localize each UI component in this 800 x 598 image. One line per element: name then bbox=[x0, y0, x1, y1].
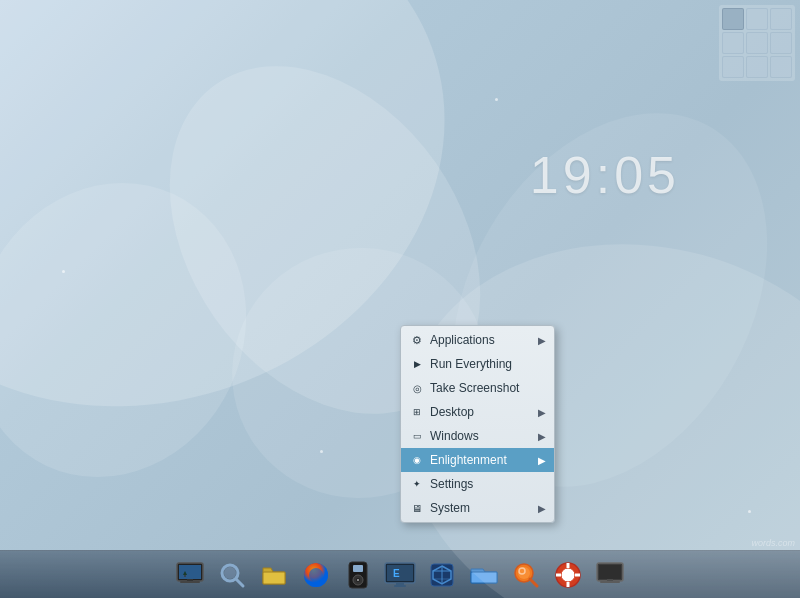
pager-cell-6[interactable] bbox=[722, 56, 744, 78]
svg-line-7 bbox=[236, 579, 243, 586]
svg-rect-41 bbox=[600, 581, 620, 583]
svg-rect-1 bbox=[179, 565, 201, 579]
sparkle-2 bbox=[62, 270, 65, 273]
svg-rect-19 bbox=[396, 583, 404, 585]
svg-point-29 bbox=[518, 567, 530, 579]
svg-point-33 bbox=[561, 568, 575, 582]
applications-arrow: ▶ bbox=[538, 335, 546, 346]
take-screenshot-icon: ◎ bbox=[409, 380, 425, 396]
svg-text:E: E bbox=[393, 568, 400, 579]
svg-point-6 bbox=[224, 567, 236, 579]
menu-item-run-everything[interactable]: ▶ Run Everything bbox=[401, 352, 554, 376]
desktop-icon: ⊞ bbox=[409, 404, 425, 420]
windows-label: Windows bbox=[430, 429, 534, 443]
svg-rect-2 bbox=[185, 575, 186, 577]
clock-display: 19:05 bbox=[530, 145, 680, 205]
menu-item-windows[interactable]: ▭ Windows ▶ bbox=[401, 424, 554, 448]
svg-point-34 bbox=[561, 568, 575, 582]
taskbar-music[interactable] bbox=[339, 556, 377, 594]
taskbar-virtualbox[interactable] bbox=[423, 556, 461, 594]
menu-item-take-screenshot[interactable]: ◎ Take Screenshot bbox=[401, 376, 554, 400]
svg-rect-15 bbox=[353, 565, 363, 572]
svg-point-28 bbox=[515, 564, 533, 582]
svg-rect-18 bbox=[387, 565, 413, 581]
menu-item-settings[interactable]: ✦ Settings bbox=[401, 472, 554, 496]
taskbar-firefox[interactable] bbox=[297, 556, 335, 594]
settings-icon: ✦ bbox=[409, 476, 425, 492]
menu-item-applications[interactable]: ⚙ Applications ▶ bbox=[401, 328, 554, 352]
context-menu: ⚙ Applications ▶ ▶ Run Everything ◎ Take… bbox=[400, 325, 555, 523]
pager-cell-2[interactable] bbox=[770, 8, 792, 30]
taskbar-screen[interactable]: E bbox=[381, 556, 419, 594]
svg-point-31 bbox=[519, 568, 525, 574]
enlightenment-icon: ◉ bbox=[409, 452, 425, 468]
svg-rect-20 bbox=[394, 585, 406, 587]
svg-point-11 bbox=[309, 568, 323, 582]
run-everything-label: Run Everything bbox=[430, 357, 546, 371]
menu-item-system[interactable]: 🖥 System ▶ bbox=[401, 496, 554, 520]
taskbar-help[interactable] bbox=[549, 556, 587, 594]
pager-cell-7[interactable] bbox=[746, 56, 768, 78]
enlightenment-label: Enlightenment bbox=[430, 453, 534, 467]
svg-rect-3 bbox=[180, 581, 200, 583]
menu-item-desktop[interactable]: ⊞ Desktop ▶ bbox=[401, 400, 554, 424]
pager-cell-4[interactable] bbox=[746, 32, 768, 54]
svg-point-16 bbox=[357, 579, 359, 581]
watermark: words.com bbox=[751, 538, 795, 548]
desktop-label: Desktop bbox=[430, 405, 534, 419]
settings-label: Settings bbox=[430, 477, 546, 491]
svg-rect-40 bbox=[599, 565, 621, 579]
desktop-arrow: ▶ bbox=[538, 407, 546, 418]
taskbar-monitor-left[interactable] bbox=[171, 556, 209, 594]
taskbar-monitor-right[interactable] bbox=[591, 556, 629, 594]
pager-cell-5[interactable] bbox=[770, 32, 792, 54]
svg-rect-4 bbox=[187, 579, 193, 581]
svg-rect-27 bbox=[471, 572, 497, 583]
applications-label: Applications bbox=[430, 333, 534, 347]
system-icon: 🖥 bbox=[409, 500, 425, 516]
run-everything-icon: ▶ bbox=[409, 356, 425, 372]
sparkle-4 bbox=[320, 450, 323, 453]
desktop: 19:05 ⚙ Applications ▶ ▶ Run Everything … bbox=[0, 0, 800, 598]
system-label: System bbox=[430, 501, 534, 515]
pager-widget[interactable] bbox=[719, 5, 795, 81]
svg-rect-42 bbox=[607, 579, 613, 581]
svg-rect-8 bbox=[263, 572, 285, 584]
windows-arrow: ▶ bbox=[538, 431, 546, 442]
taskbar-folder[interactable] bbox=[465, 556, 503, 594]
svg-point-32 bbox=[556, 563, 580, 587]
taskbar-magnifier[interactable] bbox=[213, 556, 251, 594]
pager-cell-0[interactable] bbox=[722, 8, 744, 30]
sparkle-3 bbox=[748, 510, 751, 513]
menu-item-enlightenment[interactable]: ◉ Enlightenment ▶ bbox=[401, 448, 554, 472]
sparkle-1 bbox=[495, 98, 498, 101]
svg-rect-39 bbox=[597, 563, 623, 581]
taskbar-files[interactable] bbox=[255, 556, 293, 594]
taskbar-search[interactable] bbox=[507, 556, 545, 594]
enlightenment-arrow: ▶ bbox=[538, 455, 546, 466]
svg-line-30 bbox=[530, 579, 537, 586]
windows-icon: ▭ bbox=[409, 428, 425, 444]
pager-cell-3[interactable] bbox=[722, 32, 744, 54]
system-arrow: ▶ bbox=[538, 503, 546, 514]
take-screenshot-label: Take Screenshot bbox=[430, 381, 546, 395]
applications-icon: ⚙ bbox=[409, 332, 425, 348]
pager-cell-1[interactable] bbox=[746, 8, 768, 30]
taskbar: E bbox=[0, 550, 800, 598]
pager-cell-8[interactable] bbox=[770, 56, 792, 78]
